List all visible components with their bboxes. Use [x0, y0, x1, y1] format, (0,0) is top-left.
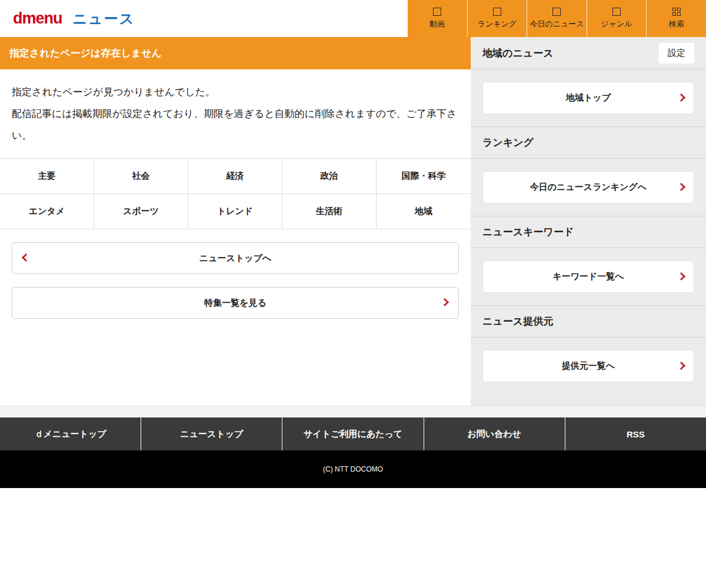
error-message: 指定されたページが見つかりませんでした。 配信記事には掲載期限が設定されており、…: [0, 69, 471, 156]
feature-list-button[interactable]: 特集一覧を見る: [12, 287, 459, 319]
nav-item-ranking[interactable]: ランキング: [467, 0, 527, 37]
sidebar-section-region-news: 地域のニュース 設定: [471, 37, 706, 69]
chevron-right-icon: [677, 361, 685, 369]
category-sports[interactable]: スポーツ: [94, 194, 188, 229]
keyword-list-link[interactable]: キーワード一覧へ: [482, 260, 694, 293]
category-region[interactable]: 地域: [377, 194, 471, 229]
pre-footer-spacer: [0, 406, 706, 417]
video-icon: [433, 8, 441, 16]
chevron-right-icon: [677, 93, 685, 101]
category-economy[interactable]: 経済: [188, 159, 282, 194]
nav-label: ランキング: [478, 19, 517, 29]
today-news-icon: [552, 8, 561, 16]
settings-button[interactable]: 設定: [659, 43, 694, 64]
sidebar: 地域のニュース 設定 地域トップ ランキング 今日のニュースランキングへ ニュー: [471, 37, 706, 406]
providers-card-wrap: 提供元一覧へ: [471, 338, 706, 395]
category-grid: 主要 社会 経済 政治 国際・科学 エンタメ スポーツ トレンド 生活術 地域: [0, 158, 471, 229]
category-society[interactable]: 社会: [94, 159, 188, 194]
ranking-card-wrap: 今日のニュースランキングへ: [471, 159, 706, 216]
sidebar-section-providers: ニュース提供元: [471, 305, 706, 338]
error-message-line1: 指定されたページが見つかりませんでした。: [12, 81, 459, 103]
footer-link-contact[interactable]: お問い合わせ: [424, 417, 565, 450]
chevron-left-icon: [22, 253, 30, 262]
sidebar-section-keywords: ニュースキーワード: [471, 216, 706, 248]
footer-links: ｄメニュートップ ニューストップ サイトご利用にあたって お問い合わせ RSS: [0, 417, 706, 450]
chevron-right-icon: [677, 182, 685, 191]
keywords-heading: ニュースキーワード: [482, 225, 574, 239]
today-ranking-link-label: 今日のニュースランキングへ: [530, 182, 647, 193]
footer: ｄメニュートップ ニューストップ サイトご利用にあたって お問い合わせ RSS …: [0, 417, 706, 488]
copyright-notice: (C) NTT DOCOMO: [0, 450, 706, 488]
error-banner: 指定されたページは存在しません: [0, 37, 471, 69]
nav-label: 今日のニュース: [530, 19, 584, 29]
brand-area: dmenu ニュース: [0, 0, 408, 37]
main-area: 指定されたページは存在しません 指定されたページが見つかりませんでした。 配信記…: [0, 37, 706, 406]
footer-link-rss[interactable]: RSS: [565, 417, 706, 450]
footer-link-dmenu-top[interactable]: ｄメニュートップ: [0, 417, 141, 450]
search-icon: [672, 8, 681, 16]
provider-list-link[interactable]: 提供元一覧へ: [482, 350, 694, 382]
news-top-button-label: ニューストップへ: [199, 253, 271, 264]
nav-label: 動画: [429, 19, 445, 29]
category-trend[interactable]: トレンド: [188, 194, 282, 229]
category-lifestyle[interactable]: 生活術: [282, 194, 377, 229]
region-top-link-label: 地域トップ: [566, 92, 611, 103]
nav-item-video[interactable]: 動画: [408, 0, 467, 37]
category-world-science[interactable]: 国際・科学: [377, 159, 471, 194]
nav-item-today-news[interactable]: 今日のニュース: [527, 0, 587, 37]
footer-link-news-top[interactable]: ニューストップ: [141, 417, 282, 450]
sidebar-section-ranking: ランキング: [471, 126, 706, 159]
category-main[interactable]: 主要: [0, 159, 94, 194]
region-news-heading: 地域のニュース: [482, 46, 554, 60]
region-top-card-wrap: 地域トップ: [471, 69, 706, 126]
nav-label: 検索: [669, 19, 684, 29]
top-header: dmenu ニュース 動画 ランキング 今日のニュース ジャンル 検索: [0, 0, 706, 37]
keyword-list-link-label: キーワード一覧へ: [552, 271, 624, 282]
ranking-heading: ランキング: [482, 136, 534, 149]
error-message-line2: 配信記事には掲載期限が設定されており、期限を過ぎると自動的に削除されますので、ご…: [12, 103, 459, 146]
providers-heading: ニュース提供元: [482, 315, 553, 328]
nav-item-search[interactable]: 検索: [646, 0, 706, 37]
today-ranking-link[interactable]: 今日のニュースランキングへ: [482, 171, 694, 203]
keywords-card-wrap: キーワード一覧へ: [471, 248, 706, 305]
region-top-link[interactable]: 地域トップ: [482, 82, 694, 114]
news-top-button[interactable]: ニューストップへ: [12, 242, 459, 274]
feature-list-button-label: 特集一覧を見る: [204, 298, 267, 309]
provider-list-link-label: 提供元一覧へ: [562, 360, 615, 372]
nav-item-genre[interactable]: ジャンル: [587, 0, 647, 37]
chevron-right-icon: [677, 272, 685, 280]
nav-label: ジャンル: [601, 19, 632, 29]
top-navigation: 動画 ランキング 今日のニュース ジャンル 検索: [408, 0, 706, 37]
error-content: 指定されたページは存在しません 指定されたページが見つかりませんでした。 配信記…: [0, 37, 471, 406]
dmenu-logo[interactable]: dmenu: [13, 9, 62, 28]
page: dmenu ニュース 動画 ランキング 今日のニュース ジャンル 検索: [0, 0, 706, 488]
category-entertainment[interactable]: エンタメ: [0, 194, 94, 229]
genre-icon: [612, 8, 621, 16]
chevron-right-icon: [441, 298, 449, 306]
ranking-icon: [493, 8, 501, 16]
footer-link-site-usage[interactable]: サイトご利用にあたって: [282, 417, 423, 450]
category-politics[interactable]: 政治: [282, 159, 377, 194]
service-name[interactable]: ニュース: [73, 9, 135, 28]
